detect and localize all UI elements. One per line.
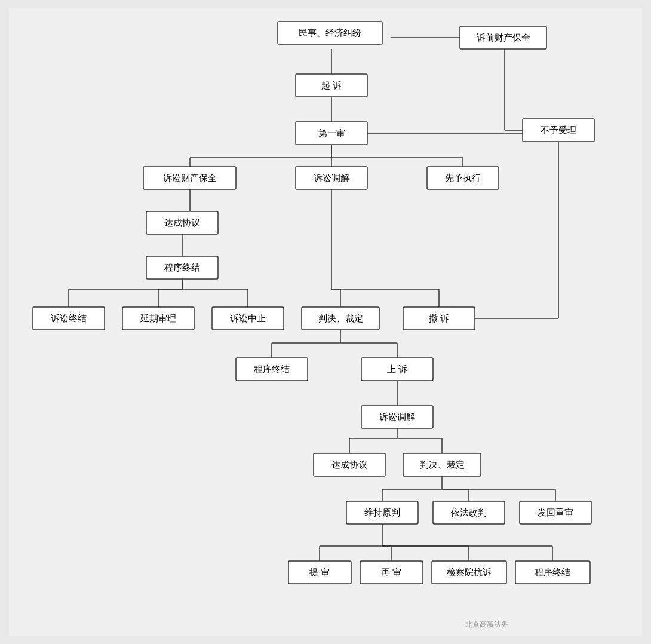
node-uphold: 维持原判	[346, 501, 418, 524]
node-first-trial: 第一审	[296, 122, 367, 145]
node-agreement1: 达成协议	[146, 211, 218, 234]
svg-text:延期审理: 延期审理	[140, 314, 176, 323]
svg-text:程序终结: 程序终结	[254, 364, 290, 374]
svg-text:维持原判: 维持原判	[364, 508, 400, 517]
node-retrial: 再 审	[360, 561, 423, 584]
svg-text:不予受理: 不予受理	[541, 125, 576, 135]
node-end3: 程序终结	[515, 561, 590, 584]
node-pre-preserve: 诉前财产保全	[460, 26, 546, 49]
node-verdict1: 判决、裁定	[302, 307, 379, 330]
diagram-container: 民事、经济纠纷 诉前财产保全 起 诉 第一审 不予受理 诉讼财产保全 诉讼调解 …	[9, 8, 642, 636]
svg-text:民事、经济纠纷: 民事、经济纠纷	[299, 28, 361, 38]
svg-text:发回重审: 发回重审	[538, 508, 573, 517]
watermark: 北京高赢法务	[465, 620, 508, 628]
node-delay: 延期审理	[122, 307, 194, 330]
svg-text:提  审: 提 审	[309, 568, 330, 577]
node-litigation-end: 诉讼终结	[33, 307, 105, 330]
node-no-accept: 不予受理	[523, 119, 594, 142]
svg-text:诉讼调解: 诉讼调解	[379, 412, 415, 422]
node-agreement2: 达成协议	[314, 453, 385, 476]
node-suspend: 诉讼中止	[212, 307, 284, 330]
node-root: 民事、经济纠纷	[278, 22, 382, 44]
svg-text:程序终结: 程序终结	[164, 263, 200, 272]
node-appeal: 上 诉	[361, 358, 433, 381]
node-end1: 程序终结	[146, 256, 218, 279]
node-remand: 发回重审	[520, 501, 591, 524]
svg-text:撤  诉: 撤 诉	[429, 314, 449, 323]
node-withdraw: 撤 诉	[403, 307, 475, 330]
svg-text:程序终结: 程序终结	[535, 568, 570, 577]
svg-text:检察院抗诉: 检察院抗诉	[447, 568, 492, 577]
svg-text:再  审: 再 审	[381, 568, 401, 577]
svg-text:达成协议: 达成协议	[164, 218, 200, 228]
svg-text:判决、裁定: 判决、裁定	[420, 460, 465, 470]
node-file-suit: 起 诉	[296, 74, 367, 97]
svg-text:判决、裁定: 判决、裁定	[318, 314, 363, 323]
svg-text:诉前财产保全: 诉前财产保全	[477, 33, 530, 42]
node-mediation2: 诉讼调解	[361, 406, 433, 428]
svg-text:诉讼终结: 诉讼终结	[51, 314, 87, 323]
svg-text:先予执行: 先予执行	[445, 173, 481, 183]
node-prop-preserve: 诉讼财产保全	[143, 167, 236, 189]
svg-text:起  诉: 起 诉	[321, 81, 342, 90]
node-mediation1: 诉讼调解	[296, 167, 367, 189]
node-submit: 提 审	[288, 561, 351, 584]
svg-text:诉讼中止: 诉讼中止	[230, 314, 266, 323]
svg-text:上  诉: 上 诉	[387, 364, 407, 374]
node-verdict2: 判决、裁定	[403, 453, 481, 476]
node-pre-exec: 先予执行	[427, 167, 499, 189]
flowchart-svg: 民事、经济纠纷 诉前财产保全 起 诉 第一审 不予受理 诉讼财产保全 诉讼调解 …	[9, 8, 642, 636]
svg-text:第一审: 第一审	[318, 128, 345, 138]
svg-text:诉讼财产保全: 诉讼财产保全	[163, 173, 217, 183]
svg-text:依法改判: 依法改判	[451, 508, 487, 517]
node-end2: 程序终结	[236, 358, 308, 381]
svg-text:达成协议: 达成协议	[331, 460, 367, 470]
svg-text:诉讼调解: 诉讼调解	[314, 173, 349, 183]
node-procuratorate: 检察院抗诉	[432, 561, 506, 584]
node-change: 依法改判	[433, 501, 505, 524]
